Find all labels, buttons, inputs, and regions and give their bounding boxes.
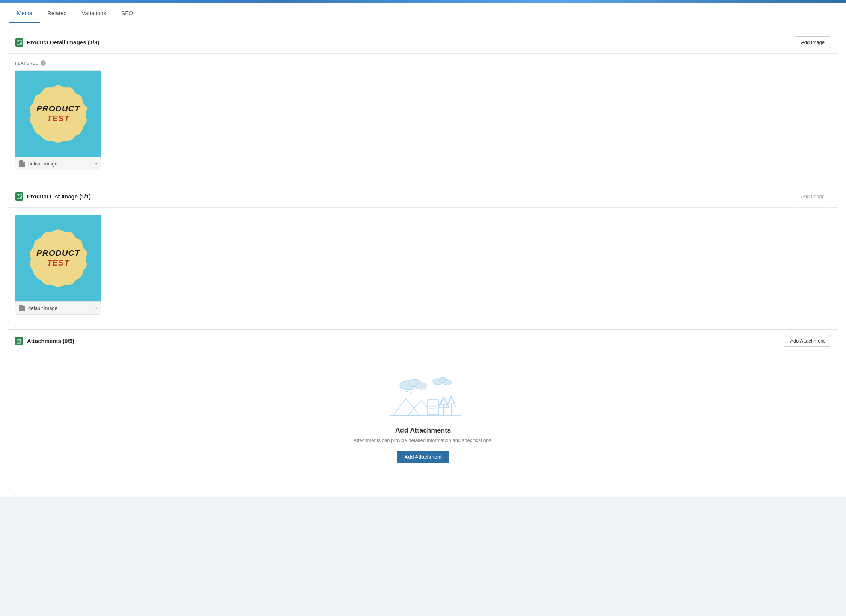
- badge-product-text: PRODUCT: [36, 104, 80, 114]
- product-list-image-label: Product List Image (1/1): [27, 193, 91, 200]
- image-dropdown-list[interactable]: default image ▾: [15, 301, 101, 314]
- svg-rect-2: [17, 194, 21, 199]
- product-list-image-preview: PRODUCT TEST: [15, 215, 101, 301]
- attachments-label: Attachments (0/5): [27, 338, 74, 344]
- tabs-bar: Media Related Variations SEO: [0, 3, 846, 23]
- svg-point-1: [18, 41, 18, 42]
- svg-rect-13: [428, 400, 439, 415]
- product-detail-image-preview: PRODUCT TEST: [15, 71, 101, 157]
- image-dropdown-detail[interactable]: default image ▾: [15, 157, 101, 170]
- file-icon-detail: [19, 160, 25, 167]
- tab-media[interactable]: Media: [9, 3, 40, 23]
- add-attachment-button-empty[interactable]: Add Attachment: [397, 451, 449, 463]
- top-bar: [0, 0, 846, 3]
- product-detail-image-card: PRODUCT TEST default image ▾: [15, 70, 101, 170]
- tab-related[interactable]: Related: [40, 3, 74, 23]
- attachments-empty-state: Add Attachments Attachments can provide …: [15, 359, 831, 482]
- attachments-icon: [15, 337, 23, 345]
- add-attachment-button-top[interactable]: Add Attachment: [784, 335, 831, 347]
- attachments-illustration: [385, 374, 461, 419]
- featured-label: FEATURED i: [15, 60, 831, 66]
- featured-info-icon: i: [41, 60, 46, 66]
- product-list-image-title: Product List Image (1/1): [15, 192, 91, 201]
- main-container: Media Related Variations SEO Product Det…: [0, 3, 846, 497]
- tab-variations[interactable]: Variations: [74, 3, 114, 23]
- product-list-image-header: Product List Image (1/1) Add Image: [8, 185, 838, 208]
- dropdown-value-detail: default image: [28, 161, 57, 167]
- dropdown-value-list: default image: [28, 305, 57, 311]
- attachments-section: Attachments (0/5) Add Attachment: [8, 329, 838, 489]
- product-list-image-icon: [15, 192, 23, 201]
- empty-state-title: Add Attachments: [395, 427, 451, 434]
- empty-state-subtitle: Attachments can provide detailed informa…: [354, 437, 493, 443]
- svg-point-3: [18, 195, 18, 196]
- file-icon-list: [19, 305, 25, 311]
- svg-point-10: [444, 380, 451, 385]
- product-detail-images-label: Product Detail Images (1/8): [27, 39, 99, 45]
- add-image-button-list[interactable]: Add Image: [795, 191, 831, 202]
- product-detail-images-icon: [15, 38, 23, 47]
- product-list-image-card: PRODUCT TEST default image ▾: [15, 215, 101, 315]
- add-image-button-detail[interactable]: Add Image: [795, 36, 831, 48]
- badge-test-text-list: TEST: [47, 258, 69, 268]
- chevron-down-icon-list: ▾: [95, 306, 97, 310]
- badge-product-text-list: PRODUCT: [36, 248, 80, 258]
- chevron-down-icon-detail: ▾: [95, 162, 97, 166]
- product-badge: PRODUCT TEST: [29, 85, 87, 143]
- attachments-title: Attachments (0/5): [15, 337, 74, 345]
- tab-seo[interactable]: SEO: [114, 3, 141, 23]
- product-detail-images-title: Product Detail Images (1/8): [15, 38, 99, 47]
- product-detail-images-header: Product Detail Images (1/8) Add Image: [8, 31, 838, 54]
- product-detail-images-section: Product Detail Images (1/8) Add Image FE…: [8, 31, 838, 177]
- badge-test-text: TEST: [47, 114, 69, 123]
- product-badge-list: PRODUCT TEST: [29, 229, 87, 287]
- svg-rect-0: [17, 40, 21, 45]
- attachments-body: Add Attachments Attachments can provide …: [8, 352, 838, 489]
- product-list-image-section: Product List Image (1/1) Add Image PRODU…: [8, 185, 838, 322]
- product-list-image-body: PRODUCT TEST default image ▾: [8, 208, 838, 322]
- svg-point-7: [416, 383, 426, 389]
- attachments-header: Attachments (0/5) Add Attachment: [8, 330, 838, 352]
- product-detail-images-body: FEATURED i PRODUCT TEST default image ▾: [8, 54, 838, 177]
